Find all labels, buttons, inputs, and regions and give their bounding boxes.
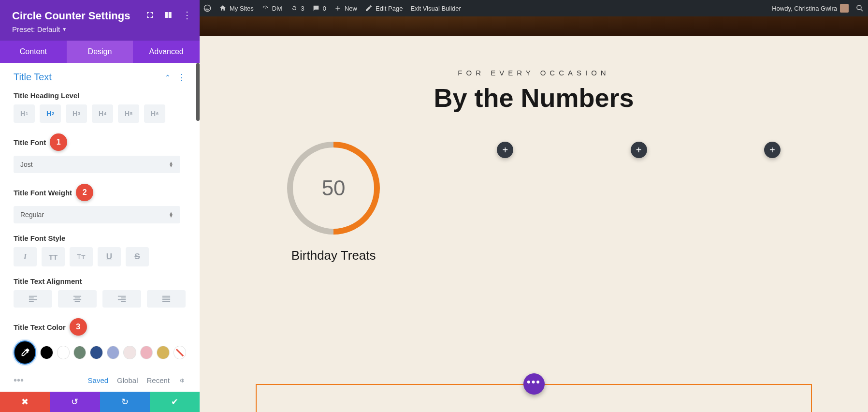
label-font-style: Title Font Style [14,234,65,242]
label-font-weight: Title Font Weight 2 [14,184,93,201]
heading-h1[interactable]: H1 [14,104,35,123]
annotation-3: 3 [70,318,87,336]
heading-h5[interactable]: H5 [118,104,139,123]
swatch-4[interactable] [90,346,102,359]
swatch-none[interactable] [174,346,186,359]
page-subhead: FOR EVERY OCCASION [200,69,868,77]
swatch-8[interactable] [157,346,169,359]
collapse-icon[interactable]: ⌃ [165,74,171,81]
new-link[interactable]: New [334,4,357,12]
align-left[interactable] [14,290,52,308]
search-icon[interactable] [855,4,864,13]
undo-button[interactable]: ↺ [50,392,100,412]
select-arrows-icon: ▲▼ [169,162,174,167]
avatar [840,4,849,13]
heading-h2[interactable]: H2 [40,104,61,123]
add-module-button[interactable]: + [764,142,781,158]
redo-button[interactable]: ↻ [100,392,150,412]
style-strike[interactable]: S [126,247,149,266]
panel-body: Title Text ⌃ ⋮ Title Heading Level H1 H2… [0,63,200,371]
svg-point-16 [204,5,210,11]
swatch-2[interactable] [57,346,70,359]
preset-global[interactable]: Global [117,376,138,384]
more-dots-icon[interactable]: ••• [14,375,24,386]
svg-point-17 [857,5,861,10]
preset-saved[interactable]: Saved [88,376,109,384]
counter-1[interactable]: 50 Birthday Treats [287,142,380,263]
style-uppercase[interactable]: TT [42,247,65,266]
howdy-user[interactable]: Howdy, Christina Gwira [772,4,849,13]
settings-panel: Circle Counter Settings Preset: Default … [0,0,200,412]
expand-icon[interactable] [145,11,154,19]
preset-row: ••• Saved Global Recent [0,371,200,392]
section-outline[interactable]: ••• [256,384,812,412]
section-menu-icon[interactable]: ⋮ [177,73,186,82]
section-header[interactable]: Title Text ⌃ ⋮ [14,72,186,83]
label-title-font: Title Font 1 [14,133,67,151]
refresh-icon [290,4,298,12]
color-picker-button[interactable] [14,340,36,365]
counter-add-4: + [764,142,781,263]
add-module-button[interactable]: + [497,142,513,158]
align-justify[interactable] [147,290,186,308]
divi-link[interactable]: Divi [261,4,283,12]
add-module-button[interactable]: + [631,142,647,158]
header-actions: ⋮ [145,11,192,19]
kebab-menu-icon[interactable]: ⋮ [182,11,192,19]
plus-icon [334,4,342,12]
gear-icon[interactable] [178,377,186,384]
eyedropper-icon [20,347,30,358]
wordpress-icon[interactable] [203,4,211,12]
annotation-2: 2 [76,184,93,201]
counter-add-3: + [631,142,647,263]
gauge-icon [261,4,269,12]
preset-selector[interactable]: Preset: Default ▼ [12,25,67,33]
counter-row: 50 Birthday Treats + + + [200,142,868,263]
wp-admin-bar: My Sites Divi 3 0 New [200,0,868,16]
swatch-3[interactable] [73,346,86,359]
heading-h6[interactable]: H6 [144,104,165,123]
tab-design[interactable]: Design [67,41,133,63]
save-button[interactable]: ✔ [150,392,200,412]
label-text-color: Title Text Color 3 [14,318,87,336]
font-select[interactable]: Jost ▲▼ [14,156,180,173]
swatch-6[interactable] [123,346,136,359]
svg-line-18 [861,9,863,11]
section-menu-fab[interactable]: ••• [523,373,545,395]
hero-strip [200,16,868,36]
preview-canvas: My Sites Divi 3 0 New [200,0,868,412]
alignment-group [14,290,186,308]
tab-content[interactable]: Content [0,41,67,63]
edit-page-link[interactable]: Edit Page [365,4,403,12]
color-swatches [14,340,186,365]
action-bar: ✖ ↺ ↻ ✔ [0,392,200,412]
style-italic[interactable]: I [14,247,37,266]
align-center[interactable] [58,290,97,308]
comment-icon [312,4,320,12]
preset-recent[interactable]: Recent [146,376,170,384]
field-text-color: Title Text Color 3 [14,318,186,365]
swatch-7[interactable] [140,346,153,359]
page-content: FOR EVERY OCCASION By the Numbers 50 Bir… [200,44,868,412]
font-style-group: I TT Tᴛ U S [14,247,186,266]
label-heading-level: Title Heading Level [14,91,79,100]
scrollbar[interactable] [196,63,200,121]
exit-vb-link[interactable]: Exit Visual Builder [410,5,461,12]
comments-link[interactable]: 0 [312,4,326,12]
cancel-button[interactable]: ✖ [0,392,50,412]
style-underline[interactable]: U [98,247,121,266]
align-right[interactable] [102,290,141,308]
font-value: Jost [20,161,33,168]
font-weight-select[interactable]: Regular ▲▼ [14,206,180,223]
heading-h3[interactable]: H3 [66,104,87,123]
label-alignment: Title Text Alignment [14,277,82,285]
heading-h4[interactable]: H4 [92,104,113,123]
my-sites-link[interactable]: My Sites [219,4,254,12]
tab-advanced[interactable]: Advanced [133,41,200,63]
updates-link[interactable]: 3 [290,4,304,12]
style-smallcaps[interactable]: Tᴛ [70,247,93,266]
columns-icon[interactable] [164,11,173,19]
preset-label: Preset: Default [12,25,60,33]
swatch-1[interactable] [40,346,53,359]
swatch-5[interactable] [107,346,119,359]
